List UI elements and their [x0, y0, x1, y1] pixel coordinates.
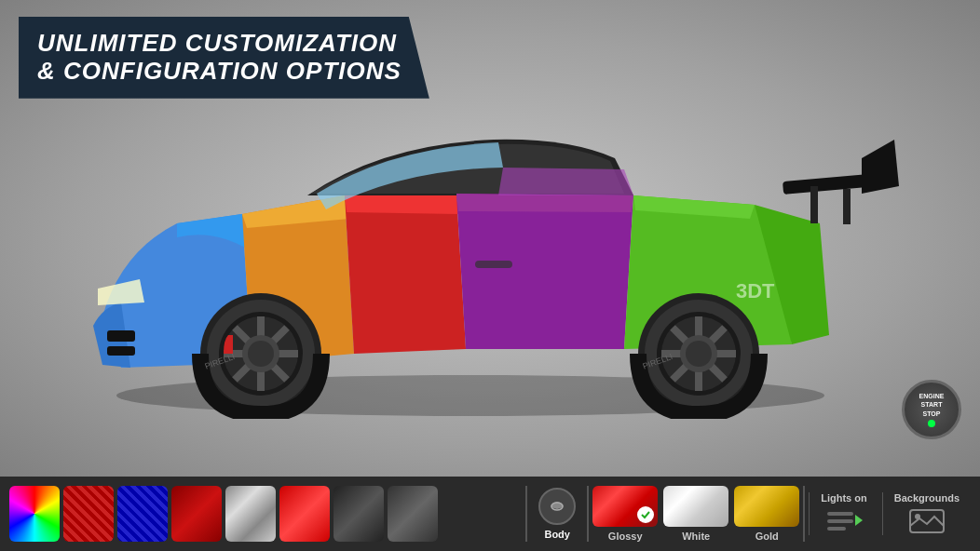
- svg-point-22: [686, 341, 712, 367]
- finish-white-swatch: [663, 486, 728, 527]
- bottom-toolbar: Body Glossy White Gold Lights on: [0, 477, 980, 551]
- backgrounds-icon: [908, 507, 946, 535]
- svg-rect-1: [107, 330, 135, 342]
- svg-rect-26: [475, 261, 512, 268]
- engine-status-light: [928, 420, 935, 427]
- swatch-red-carbon[interactable]: [63, 486, 114, 542]
- title-line2: & CONFIGURATION OPTIONS: [37, 58, 402, 86]
- car-watermark: 3DT: [736, 279, 775, 302]
- toolbar-divider-2: [587, 486, 589, 542]
- finish-glossy-swatch: [592, 486, 658, 527]
- svg-rect-25: [843, 189, 851, 224]
- svg-rect-2: [107, 346, 135, 356]
- svg-point-12: [248, 341, 274, 367]
- svg-rect-24: [810, 186, 818, 223]
- swatch-blue-carbon[interactable]: [117, 486, 168, 542]
- finish-gold-swatch: [734, 486, 799, 527]
- main-car-area: UNLIMITED CUSTOMIZATION & CONFIGURATION …: [0, 0, 980, 477]
- swatch-dark[interactable]: [333, 486, 384, 542]
- toolbar-divider-1: [525, 486, 527, 542]
- finish-gold-label: Gold: [755, 531, 779, 542]
- finish-glossy-label: Glossy: [608, 531, 643, 542]
- car-svg: 3DT PIRELLI PIRELLI: [28, 65, 913, 419]
- toolbar-divider-3: [803, 486, 805, 542]
- lights-icon: [825, 507, 863, 535]
- swatch-dark-red[interactable]: [171, 486, 222, 542]
- lights-label: Lights on: [821, 492, 867, 504]
- body-selector[interactable]: Body: [531, 488, 583, 540]
- body-icon: [538, 488, 576, 525]
- color-swatch-group: [9, 486, 522, 542]
- svg-point-35: [915, 514, 920, 519]
- svg-rect-32: [827, 527, 846, 531]
- backgrounds-section[interactable]: Backgrounds: [882, 492, 971, 535]
- finish-glossy-checkmark: [637, 506, 654, 523]
- title-line1: UNLIMITED CUSTOMIZATION: [37, 30, 402, 58]
- svg-rect-31: [827, 519, 853, 523]
- title-banner: UNLIMITED CUSTOMIZATION & CONFIGURATION …: [19, 17, 429, 99]
- car-display: 3DT PIRELLI PIRELLI: [28, 65, 960, 456]
- backgrounds-label: Backgrounds: [894, 492, 960, 504]
- swatch-dark2[interactable]: [388, 486, 438, 542]
- lights-section[interactable]: Lights on: [809, 492, 878, 535]
- finish-options: Glossy White Gold: [592, 486, 799, 542]
- engine-start-stop-button[interactable]: ENGINESTARTSTOP: [902, 380, 961, 439]
- finish-glossy[interactable]: Glossy: [592, 486, 658, 542]
- body-label: Body: [544, 529, 570, 540]
- finish-white-label: White: [682, 531, 710, 542]
- svg-rect-30: [827, 512, 853, 516]
- swatch-silver[interactable]: [225, 486, 276, 542]
- svg-marker-33: [855, 515, 863, 526]
- swatch-red-glossy[interactable]: [279, 486, 330, 542]
- finish-white[interactable]: White: [663, 486, 728, 542]
- swatch-spectrum[interactable]: [9, 486, 60, 542]
- finish-gold[interactable]: Gold: [734, 486, 799, 542]
- engine-btn-label: ENGINESTARTSTOP: [919, 392, 945, 417]
